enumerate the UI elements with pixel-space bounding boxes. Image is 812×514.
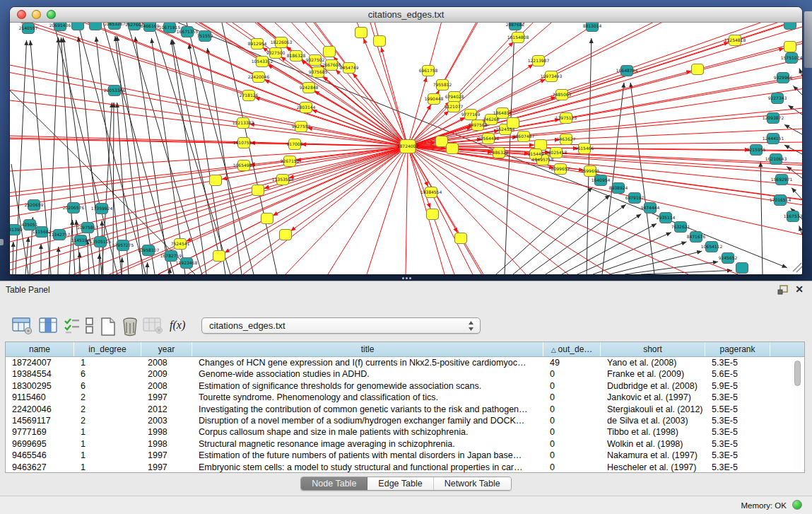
dropdown-arrows-icon (467, 320, 475, 332)
table-row[interactable]: 977716911998Corpus callosum shape and si… (6, 426, 804, 438)
table-row[interactable]: 1456911722003Disruption of a novel membe… (6, 415, 804, 426)
table-cell: 18300295 (6, 380, 74, 392)
table-cell: 1 (74, 426, 141, 438)
svg-text:6497568: 6497568 (469, 122, 488, 127)
table-cell: Jankovic et al. (1997) (601, 392, 705, 403)
table-cell: Nakamura et al. (1997) (601, 450, 705, 461)
table-cell: 5.3E-5 (705, 357, 770, 368)
table-cell: 0 (543, 462, 601, 473)
svg-text:915449: 915449 (528, 151, 544, 156)
column-header-name[interactable]: name (6, 342, 74, 356)
background-window-sliver (804, 11, 812, 68)
column-header-in_degree[interactable]: in_degree (74, 342, 141, 356)
window-titlebar[interactable]: citations_edges.txt (10, 7, 802, 23)
svg-text:2803144: 2803144 (297, 105, 316, 110)
table-cell: 9115460 (6, 392, 74, 403)
column-header-pagerank[interactable]: pagerank (705, 342, 770, 356)
table-scrollbar[interactable] (794, 359, 801, 471)
table-cell: 2012 (141, 404, 192, 415)
svg-text:10654112: 10654112 (701, 244, 723, 249)
tab-node-table[interactable]: Node Table (301, 477, 367, 490)
table-cell: 19384554 (6, 368, 74, 380)
svg-text:11353594: 11353594 (272, 177, 294, 182)
table-selector-dropdown[interactable]: citations_edges.txt (201, 317, 481, 334)
svg-text:7632621: 7632621 (671, 224, 690, 229)
svg-text:10025418: 10025418 (546, 150, 567, 155)
delete-icon[interactable] (120, 317, 140, 339)
table-cell: Hescheler et al. (1997) (601, 462, 705, 473)
table-settings-icon[interactable] (12, 317, 33, 338)
table-cell: 0 (543, 438, 601, 450)
svg-text:1640954: 1640954 (592, 177, 611, 182)
svg-text:12213987: 12213987 (528, 58, 550, 63)
column-chooser-icon[interactable] (39, 317, 58, 338)
svg-text:8912954: 8912954 (248, 41, 267, 46)
table-cell: 5.3E-5 (705, 415, 770, 426)
svg-text:6961758: 6961758 (419, 68, 438, 73)
table-cell: 0 (543, 368, 601, 380)
table-cell: Investigating the contribution of common… (192, 404, 543, 415)
table-cell: Genome-wide association studies in ADHD. (192, 368, 543, 380)
svg-text:19384554: 19384554 (420, 189, 442, 194)
table-row[interactable]: 1830029562008Estimation of significance … (6, 380, 804, 392)
column-header-short[interactable]: short (601, 342, 705, 356)
sort-ascending-icon: △ (551, 346, 556, 354)
table-row[interactable]: 946362711997Embryonic stem cells: a mode… (6, 462, 804, 473)
column-header-out_de[interactable]: △out_de… (543, 342, 601, 356)
table-cell: 9463627 (6, 462, 74, 473)
table-row[interactable]: 1872400712008Changes of HCN gene express… (6, 357, 804, 368)
row-height-icon[interactable] (85, 317, 95, 338)
svg-text:10607487: 10607487 (513, 134, 535, 139)
svg-text:9242848: 9242848 (300, 85, 319, 90)
table-cell: Embryonic stem cells: a model to study s… (192, 462, 543, 473)
table-cell: Stergiakouli et al. (2012) (601, 404, 705, 415)
svg-text:11923468: 11923468 (176, 260, 198, 265)
table-scrollbar-thumb[interactable] (794, 361, 801, 386)
tab-network-table[interactable]: Network Table (434, 477, 511, 490)
table-row[interactable]: 969969511998Structural magnetic resonanc… (6, 438, 804, 450)
svg-text:8099657: 8099657 (551, 166, 570, 171)
table-cell: 5.3E-5 (705, 438, 770, 450)
svg-text:9777169: 9777169 (461, 112, 481, 117)
function-builder-icon[interactable]: f(x) (170, 319, 185, 332)
panel-splitter-handle[interactable] (401, 276, 412, 280)
table-row[interactable]: 946554611997Estimation of the future num… (6, 450, 804, 461)
column-header-year[interactable]: year (141, 342, 192, 356)
table-cell: 49 (543, 357, 601, 368)
table-row[interactable]: 1938455462009Genome-wide association stu… (6, 368, 804, 380)
network-canvas[interactable]: 2140557206914361085328715276076466169106… (10, 23, 802, 274)
svg-text:9227343: 9227343 (768, 95, 787, 100)
table-cell: de Silva et al. (2003) (601, 415, 705, 426)
svg-text:16210643: 16210643 (765, 156, 787, 161)
svg-text:18226063: 18226063 (271, 40, 293, 45)
table-cell: 6 (74, 380, 141, 392)
table-cell: 22420046 (6, 404, 74, 415)
table-cell: 0 (543, 450, 601, 461)
svg-text:7955812: 7955812 (433, 82, 452, 87)
table-panel-title: Table Panel (6, 285, 50, 295)
table-cell: 9777169 (6, 426, 74, 438)
table-cell: 1997 (141, 450, 192, 461)
svg-text:9327500: 9327500 (266, 50, 286, 55)
close-panel-icon[interactable]: ✕ (795, 284, 804, 294)
table-toolbar: f(x) citations_edges.txt (0, 298, 812, 339)
table-row[interactable]: 911546021997Tourette syndrome. Phenomeno… (6, 392, 804, 403)
svg-text:12093872: 12093872 (763, 115, 784, 120)
float-panel-icon[interactable] (777, 285, 788, 295)
table-cell: 2 (74, 392, 141, 403)
svg-text:13975125: 13975125 (555, 115, 577, 120)
new-column-icon[interactable] (99, 317, 117, 339)
table-cell: Wolkin et al. (1998) (601, 438, 705, 450)
tab-edge-table[interactable]: Edge Table (367, 477, 433, 490)
select-rows-icon[interactable] (64, 317, 81, 338)
column-header-title[interactable]: title (192, 342, 543, 356)
table-cell: 5.3E-5 (705, 450, 770, 461)
svg-text:8186328: 8186328 (287, 53, 306, 58)
table-cell: 9465546 (6, 450, 74, 461)
svg-text:18724007: 18724007 (397, 144, 419, 148)
table-cell: 0 (543, 380, 601, 392)
delete-table-icon (143, 317, 163, 338)
table-cell: 5.3E-5 (705, 392, 770, 403)
table-row[interactable]: 2242004622012Investigating the contribut… (6, 404, 804, 415)
svg-text:16154808: 16154808 (507, 35, 529, 40)
